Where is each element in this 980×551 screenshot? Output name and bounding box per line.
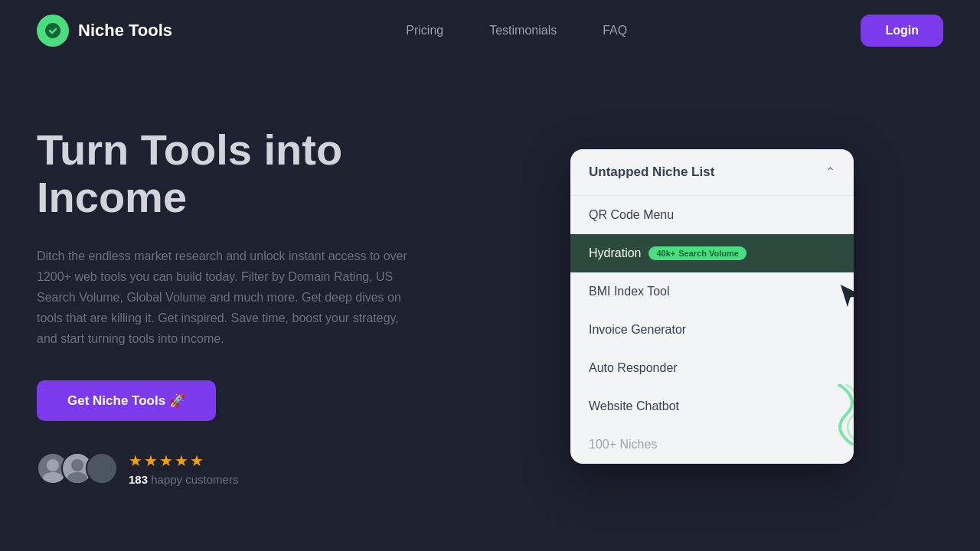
- svg-point-5: [92, 472, 112, 483]
- svg-point-0: [47, 459, 59, 471]
- stars: ★ ★ ★ ★ ★: [129, 452, 238, 470]
- svg-point-1: [43, 472, 63, 483]
- svg-point-4: [96, 459, 108, 471]
- hero-title: Turn Tools into Income: [37, 126, 420, 220]
- list-item-active[interactable]: Hydration 40k+ Search Volume: [570, 234, 854, 272]
- proof-text: 183 happy customers: [129, 473, 238, 486]
- star-1: ★: [129, 452, 142, 470]
- proof-label: happy customers: [151, 473, 238, 486]
- proof-number: 183: [129, 473, 148, 486]
- login-button[interactable]: Login: [861, 15, 943, 47]
- avatar-3: [86, 452, 118, 484]
- proof-info: ★ ★ ★ ★ ★ 183 happy customers: [129, 452, 238, 486]
- main-content: Turn Tools into Income Ditch the endless…: [0, 61, 980, 551]
- cta-button[interactable]: Get Niche Tools 🚀: [37, 380, 216, 421]
- nav-faq[interactable]: FAQ: [603, 24, 627, 37]
- star-4: ★: [175, 452, 188, 470]
- navbar: Niche Tools Pricing Testimonials FAQ Log…: [0, 0, 980, 61]
- item-hydration-label: Hydration: [589, 246, 641, 260]
- nav-testimonials[interactable]: Testimonials: [489, 24, 557, 37]
- nav-links: Pricing Testimonials FAQ: [406, 24, 627, 37]
- list-item[interactable]: Invoice Generator: [570, 311, 854, 349]
- search-volume-badge: 40k+ Search Volume: [648, 246, 746, 260]
- chevron-icon: ⌃: [825, 165, 835, 179]
- svg-point-2: [71, 459, 83, 471]
- niche-card: Untapped Niche List ⌃ QR Code Menu Hydra…: [570, 149, 854, 464]
- card-header: Untapped Niche List ⌃: [570, 149, 854, 196]
- card-title: Untapped Niche List: [589, 165, 714, 180]
- list-item[interactable]: QR Code Menu: [570, 196, 854, 234]
- hero-right: Untapped Niche List ⌃ QR Code Menu Hydra…: [481, 149, 943, 464]
- list-item-niches[interactable]: 100+ Niches: [570, 425, 854, 464]
- list-item[interactable]: Website Chatbot: [570, 387, 854, 425]
- list-item[interactable]: BMI Index Tool: [570, 272, 854, 311]
- card-list: QR Code Menu Hydration 40k+ Search Volum…: [570, 196, 854, 464]
- star-2: ★: [144, 452, 158, 470]
- avatars: [37, 452, 118, 484]
- social-proof: ★ ★ ★ ★ ★ 183 happy customers: [37, 452, 420, 486]
- hero-description: Ditch the endless market research and un…: [37, 246, 420, 350]
- star-5: ★: [190, 452, 204, 470]
- logo-icon: [37, 15, 69, 47]
- svg-point-3: [67, 472, 87, 483]
- star-3: ★: [159, 452, 173, 470]
- list-item[interactable]: Auto Responder: [570, 349, 854, 387]
- logo-text: Niche Tools: [78, 21, 172, 41]
- hero-left: Turn Tools into Income Ditch the endless…: [37, 126, 420, 485]
- logo-link[interactable]: Niche Tools: [37, 15, 172, 47]
- nav-pricing[interactable]: Pricing: [406, 24, 443, 37]
